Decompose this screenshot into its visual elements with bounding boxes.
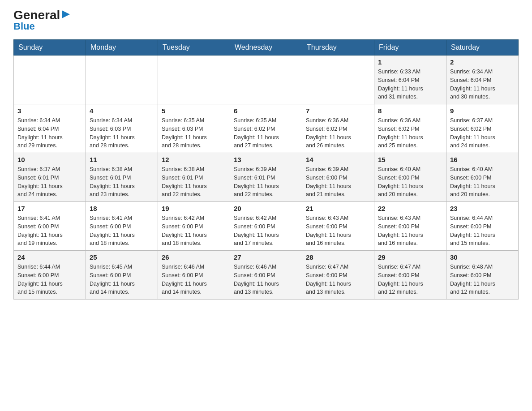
calendar-cell: 27Sunrise: 6:46 AM Sunset: 6:00 PM Dayli…	[230, 251, 302, 300]
calendar-week-row: 24Sunrise: 6:44 AM Sunset: 6:00 PM Dayli…	[14, 251, 519, 300]
day-info: Sunrise: 6:40 AM Sunset: 6:00 PM Dayligh…	[450, 165, 515, 199]
day-number: 16	[450, 156, 515, 163]
day-number: 11	[90, 156, 154, 163]
calendar-cell: 6Sunrise: 6:35 AM Sunset: 6:02 PM Daylig…	[230, 104, 302, 153]
day-number: 26	[162, 253, 226, 261]
day-info: Sunrise: 6:37 AM Sunset: 6:02 PM Dayligh…	[450, 116, 515, 150]
logo: General Blue	[13, 9, 71, 32]
col-monday: Monday	[86, 40, 158, 56]
calendar-cell: 26Sunrise: 6:46 AM Sunset: 6:00 PM Dayli…	[158, 251, 230, 300]
day-info: Sunrise: 6:36 AM Sunset: 6:02 PM Dayligh…	[306, 116, 370, 150]
day-info: Sunrise: 6:43 AM Sunset: 6:00 PM Dayligh…	[306, 214, 370, 248]
calendar-cell: 17Sunrise: 6:41 AM Sunset: 6:00 PM Dayli…	[14, 202, 86, 251]
calendar-header-row: Sunday Monday Tuesday Wednesday Thursday…	[14, 40, 519, 56]
day-number: 29	[378, 253, 442, 261]
day-info: Sunrise: 6:40 AM Sunset: 6:00 PM Dayligh…	[378, 165, 442, 199]
day-info: Sunrise: 6:47 AM Sunset: 6:00 PM Dayligh…	[378, 263, 442, 296]
logo-arrow-icon	[61, 9, 71, 19]
day-info: Sunrise: 6:39 AM Sunset: 6:00 PM Dayligh…	[306, 165, 370, 199]
day-info: Sunrise: 6:35 AM Sunset: 6:02 PM Dayligh…	[234, 116, 298, 150]
calendar-cell: 11Sunrise: 6:38 AM Sunset: 6:01 PM Dayli…	[86, 153, 158, 202]
calendar-cell	[230, 56, 302, 104]
calendar-cell: 8Sunrise: 6:36 AM Sunset: 6:02 PM Daylig…	[374, 104, 446, 153]
calendar-cell: 16Sunrise: 6:40 AM Sunset: 6:00 PM Dayli…	[446, 153, 519, 202]
col-tuesday: Tuesday	[158, 40, 230, 56]
calendar-cell	[86, 56, 158, 104]
day-info: Sunrise: 6:38 AM Sunset: 6:01 PM Dayligh…	[162, 165, 226, 199]
calendar-week-row: 1Sunrise: 6:33 AM Sunset: 6:04 PM Daylig…	[14, 56, 519, 104]
day-info: Sunrise: 6:46 AM Sunset: 6:00 PM Dayligh…	[234, 263, 298, 296]
day-info: Sunrise: 6:42 AM Sunset: 6:00 PM Dayligh…	[162, 214, 226, 248]
calendar-cell: 2Sunrise: 6:34 AM Sunset: 6:04 PM Daylig…	[446, 56, 519, 104]
calendar-cell: 20Sunrise: 6:42 AM Sunset: 6:00 PM Dayli…	[230, 202, 302, 251]
day-info: Sunrise: 6:44 AM Sunset: 6:00 PM Dayligh…	[17, 263, 82, 296]
calendar-week-row: 10Sunrise: 6:37 AM Sunset: 6:01 PM Dayli…	[14, 153, 519, 202]
day-info: Sunrise: 6:37 AM Sunset: 6:01 PM Dayligh…	[17, 165, 82, 199]
day-info: Sunrise: 6:39 AM Sunset: 6:01 PM Dayligh…	[234, 165, 298, 199]
calendar-cell: 12Sunrise: 6:38 AM Sunset: 6:01 PM Dayli…	[158, 153, 230, 202]
logo-main-text: General	[13, 9, 60, 21]
day-number: 18	[90, 205, 154, 212]
calendar-cell: 13Sunrise: 6:39 AM Sunset: 6:01 PM Dayli…	[230, 153, 302, 202]
col-sunday: Sunday	[14, 40, 86, 56]
col-saturday: Saturday	[446, 40, 519, 56]
day-info: Sunrise: 6:35 AM Sunset: 6:03 PM Dayligh…	[162, 116, 226, 150]
day-number: 15	[378, 156, 442, 163]
day-number: 7	[306, 107, 370, 115]
day-number: 23	[450, 205, 515, 212]
day-info: Sunrise: 6:41 AM Sunset: 6:00 PM Dayligh…	[17, 214, 82, 248]
day-info: Sunrise: 6:34 AM Sunset: 6:04 PM Dayligh…	[17, 116, 82, 150]
calendar-cell: 9Sunrise: 6:37 AM Sunset: 6:02 PM Daylig…	[446, 104, 519, 153]
calendar-cell: 18Sunrise: 6:41 AM Sunset: 6:00 PM Dayli…	[86, 202, 158, 251]
calendar-cell: 15Sunrise: 6:40 AM Sunset: 6:00 PM Dayli…	[374, 153, 446, 202]
day-info: Sunrise: 6:34 AM Sunset: 6:03 PM Dayligh…	[90, 116, 154, 150]
calendar-cell: 24Sunrise: 6:44 AM Sunset: 6:00 PM Dayli…	[14, 251, 86, 300]
calendar-cell: 29Sunrise: 6:47 AM Sunset: 6:00 PM Dayli…	[374, 251, 446, 300]
day-info: Sunrise: 6:36 AM Sunset: 6:02 PM Dayligh…	[378, 116, 442, 150]
calendar-cell: 5Sunrise: 6:35 AM Sunset: 6:03 PM Daylig…	[158, 104, 230, 153]
calendar-week-row: 3Sunrise: 6:34 AM Sunset: 6:04 PM Daylig…	[14, 104, 519, 153]
col-friday: Friday	[374, 40, 446, 56]
day-number: 21	[306, 205, 370, 212]
day-number: 2	[450, 58, 515, 66]
day-number: 30	[450, 253, 515, 261]
day-info: Sunrise: 6:47 AM Sunset: 6:00 PM Dayligh…	[306, 263, 370, 296]
calendar-cell: 19Sunrise: 6:42 AM Sunset: 6:00 PM Dayli…	[158, 202, 230, 251]
day-info: Sunrise: 6:46 AM Sunset: 6:00 PM Dayligh…	[162, 263, 226, 296]
calendar-cell: 1Sunrise: 6:33 AM Sunset: 6:04 PM Daylig…	[374, 56, 446, 104]
day-number: 20	[234, 205, 298, 212]
day-info: Sunrise: 6:48 AM Sunset: 6:00 PM Dayligh…	[450, 263, 515, 296]
day-number: 28	[306, 253, 370, 261]
day-number: 8	[378, 107, 442, 115]
calendar-cell	[158, 56, 230, 104]
day-info: Sunrise: 6:41 AM Sunset: 6:00 PM Dayligh…	[90, 214, 154, 248]
calendar-table: Sunday Monday Tuesday Wednesday Thursday…	[13, 39, 519, 300]
calendar-cell: 22Sunrise: 6:43 AM Sunset: 6:00 PM Dayli…	[374, 202, 446, 251]
day-number: 27	[234, 253, 298, 261]
day-number: 19	[162, 205, 226, 212]
day-number: 1	[378, 58, 442, 66]
day-number: 3	[17, 107, 82, 115]
day-number: 9	[450, 107, 515, 115]
col-wednesday: Wednesday	[230, 40, 302, 56]
svg-marker-0	[62, 10, 70, 18]
logo-sub-text: Blue	[13, 21, 35, 32]
calendar-cell: 7Sunrise: 6:36 AM Sunset: 6:02 PM Daylig…	[302, 104, 374, 153]
day-number: 14	[306, 156, 370, 163]
calendar-cell: 25Sunrise: 6:45 AM Sunset: 6:00 PM Dayli…	[86, 251, 158, 300]
day-info: Sunrise: 6:38 AM Sunset: 6:01 PM Dayligh…	[90, 165, 154, 199]
calendar-cell	[14, 56, 86, 104]
day-number: 22	[378, 205, 442, 212]
day-number: 24	[17, 253, 82, 261]
day-number: 10	[17, 156, 82, 163]
day-number: 17	[17, 205, 82, 212]
day-info: Sunrise: 6:34 AM Sunset: 6:04 PM Dayligh…	[450, 68, 515, 101]
day-info: Sunrise: 6:33 AM Sunset: 6:04 PM Dayligh…	[378, 68, 442, 101]
day-number: 13	[234, 156, 298, 163]
calendar-cell: 3Sunrise: 6:34 AM Sunset: 6:04 PM Daylig…	[14, 104, 86, 153]
calendar-cell: 4Sunrise: 6:34 AM Sunset: 6:03 PM Daylig…	[86, 104, 158, 153]
calendar-cell: 10Sunrise: 6:37 AM Sunset: 6:01 PM Dayli…	[14, 153, 86, 202]
day-number: 6	[234, 107, 298, 115]
calendar-cell: 30Sunrise: 6:48 AM Sunset: 6:00 PM Dayli…	[446, 251, 519, 300]
day-number: 12	[162, 156, 226, 163]
